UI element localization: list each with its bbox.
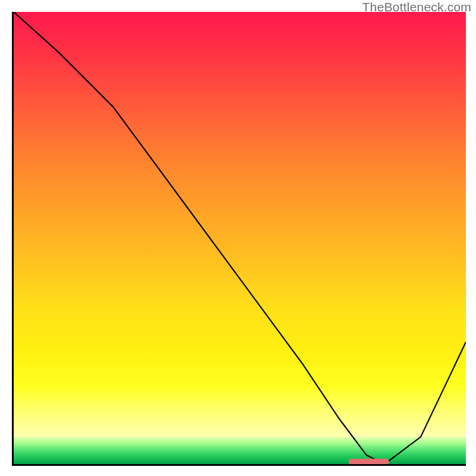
plot-area	[12, 12, 466, 466]
curve-layer	[14, 12, 466, 464]
bottleneck-chart: TheBottleneck.com	[0, 0, 476, 476]
bottleneck-curve-path	[14, 12, 466, 464]
optimal-marker	[348, 459, 389, 465]
